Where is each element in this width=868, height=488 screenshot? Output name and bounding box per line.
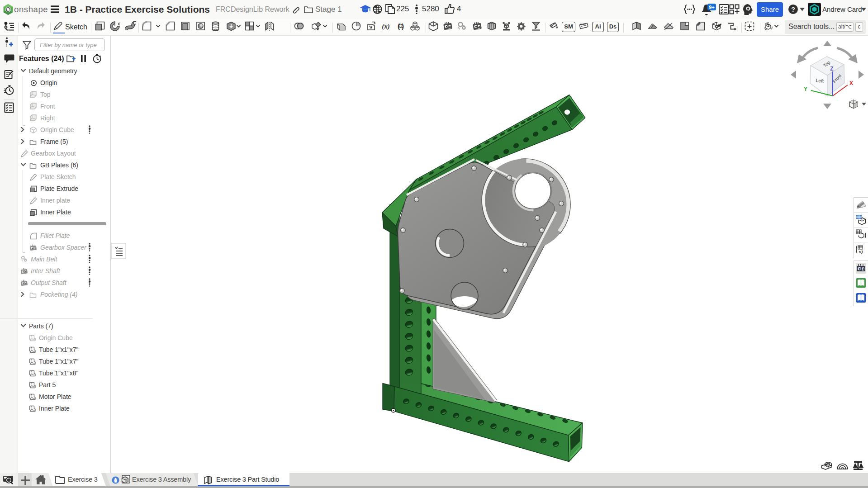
svg-text:Z: Z [830,66,833,72]
svg-text:Left: Left [816,77,824,84]
svg-text:Y: Y [804,86,807,92]
svg-text:?: ? [791,6,795,13]
svg-text:x): x) [858,249,863,255]
svg-text:9+: 9+ [709,5,715,10]
svg-text:X: X [849,80,853,86]
